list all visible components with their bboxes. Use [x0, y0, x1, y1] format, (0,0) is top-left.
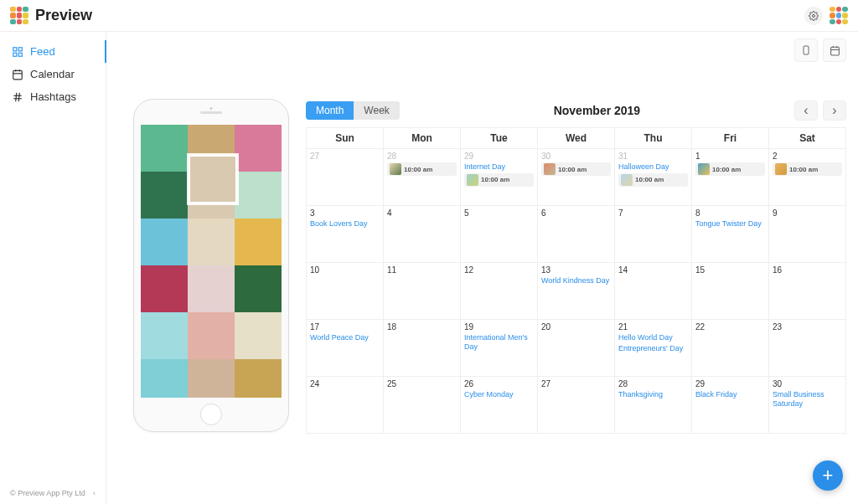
feed-tile[interactable]: [235, 219, 282, 265]
calendar-cell[interactable]: 17World Peace Day: [307, 320, 384, 377]
view-mode-icons: [794, 39, 846, 62]
calendar-event[interactable]: Internet Day: [464, 162, 534, 172]
calendar-cell[interactable]: 18: [384, 320, 461, 377]
sidebar-item-calendar[interactable]: Calendar: [0, 63, 106, 85]
feed-tile[interactable]: [235, 312, 282, 359]
svg-point-0: [813, 14, 815, 17]
calendar-cell[interactable]: 11: [384, 263, 461, 320]
sidebar-item-feed[interactable]: Feed: [0, 40, 106, 63]
day-header: Thu: [615, 128, 692, 149]
scheduled-post[interactable]: 10:00 am: [387, 162, 457, 176]
feed-tile[interactable]: [235, 172, 282, 219]
feed-tile[interactable]: [141, 219, 188, 265]
calendar-cell[interactable]: 8Tongue Twister Day: [692, 206, 769, 263]
post-thumb: [390, 163, 401, 175]
calendar-cell[interactable]: 24: [307, 377, 384, 434]
calendar-cell[interactable]: 9: [769, 206, 846, 263]
sidebar-footer: © Preview App Pty Ltd ‹: [0, 482, 106, 504]
day-number: 16: [773, 265, 842, 275]
calendar-event[interactable]: World Kindness Day: [541, 276, 611, 285]
calendar-cell[interactable]: 29Internet Day10:00 am: [461, 149, 538, 206]
calendar-cell[interactable]: 6: [538, 206, 615, 263]
calendar-cell[interactable]: 30Small Business Saturday: [769, 377, 846, 434]
feed-tile[interactable]: [235, 359, 282, 398]
calendar-event[interactable]: Halloween Day: [618, 162, 688, 172]
calendar-cell[interactable]: 13World Kindness Day: [538, 263, 615, 320]
feed-tile[interactable]: [188, 265, 235, 312]
day-number: 22: [695, 322, 765, 332]
calendar-cell[interactable]: 10: [307, 263, 384, 320]
calendar-event[interactable]: Hello World Day: [618, 333, 688, 342]
scheduled-post[interactable]: 10:00 am: [541, 162, 611, 176]
calendar-cell[interactable]: 29Black Friday: [692, 377, 769, 434]
post-thumb: [621, 174, 633, 186]
prev-month-button[interactable]: ‹: [794, 100, 818, 121]
calendar-cell[interactable]: 3010:00 am: [538, 149, 615, 206]
calendar-cell[interactable]: 210:00 am: [769, 149, 846, 206]
post-thumb: [698, 163, 710, 175]
calendar-event[interactable]: Tongue Twister Day: [695, 219, 765, 229]
scheduled-post[interactable]: 10:00 am: [618, 173, 688, 187]
calendar-cell[interactable]: 12: [461, 263, 538, 320]
calendar-cell[interactable]: 5: [461, 206, 538, 263]
calendar-event[interactable]: Cyber Monday: [464, 390, 534, 399]
calendar-cell[interactable]: 110:00 am: [692, 149, 769, 206]
post-time: 10:00 am: [404, 166, 432, 173]
calendar-event[interactable]: Book Lovers Day: [310, 219, 380, 229]
calendar-cell[interactable]: 15: [692, 263, 769, 320]
feed-tile[interactable]: [235, 265, 282, 312]
feed-tile[interactable]: [141, 172, 188, 219]
calendar-cell[interactable]: 14: [615, 263, 692, 320]
selected-post[interactable]: [189, 155, 237, 203]
calendar-event[interactable]: Thanksgiving: [618, 390, 688, 399]
feed-tile[interactable]: [188, 359, 235, 398]
feed-tile[interactable]: [141, 312, 188, 359]
calendar-event[interactable]: World Peace Day: [310, 333, 380, 342]
feed-tile[interactable]: [188, 312, 235, 359]
chevron-left-icon[interactable]: ‹: [93, 489, 96, 497]
sidebar-item-hashtags[interactable]: Hashtags: [0, 85, 106, 108]
calendar-cell[interactable]: 16: [769, 263, 846, 320]
feed-tile[interactable]: [188, 219, 235, 265]
calendar-cell[interactable]: 3Book Lovers Day: [307, 206, 384, 263]
settings-button[interactable]: [804, 7, 823, 25]
calendar-cell[interactable]: 21Hello World DayEntrepreneurs' Day: [615, 320, 692, 377]
avatar[interactable]: [830, 7, 848, 25]
calendar-cell[interactable]: 31Halloween Day10:00 am: [615, 149, 692, 206]
post-thumb: [775, 163, 787, 175]
calendar-event[interactable]: Entrepreneurs' Day: [618, 344, 688, 353]
plus-icon: +: [823, 465, 834, 486]
topbar: Preview: [0, 0, 858, 32]
feed-tile[interactable]: [141, 265, 188, 312]
calendar-event[interactable]: Black Friday: [695, 390, 765, 399]
calendar-event[interactable]: Small Business Saturday: [773, 390, 842, 409]
scheduled-post[interactable]: 10:00 am: [773, 162, 842, 176]
calendar-cell[interactable]: 25: [384, 377, 461, 434]
calendar-cell[interactable]: 2810:00 am: [384, 149, 461, 206]
calendar-event[interactable]: International Men's Day: [464, 333, 534, 352]
feed-tile[interactable]: [235, 125, 282, 172]
calendar-cell[interactable]: 4: [384, 206, 461, 263]
calendar-cell[interactable]: 19International Men's Day: [461, 320, 538, 377]
calendar-cell[interactable]: 23: [769, 320, 846, 377]
month-toggle[interactable]: Month: [306, 101, 354, 120]
feed-tile[interactable]: [141, 359, 188, 398]
calendar-cell[interactable]: 26Cyber Monday: [461, 377, 538, 434]
calendar-cell[interactable]: 27: [307, 149, 384, 206]
add-button[interactable]: +: [813, 460, 843, 491]
calendar-cell[interactable]: 20: [538, 320, 615, 377]
day-number: 15: [695, 265, 765, 275]
phone-view-button[interactable]: [794, 39, 818, 62]
calendar-cell[interactable]: 28Thanksgiving: [615, 377, 692, 434]
scheduled-post[interactable]: 10:00 am: [695, 162, 765, 176]
calendar-cell[interactable]: 7: [615, 206, 692, 263]
week-toggle[interactable]: Week: [354, 101, 399, 120]
calendar-cell[interactable]: 22: [692, 320, 769, 377]
feed-tile[interactable]: [141, 125, 188, 172]
day-number: 13: [541, 265, 611, 275]
day-number: 3: [310, 208, 380, 218]
next-month-button[interactable]: ›: [823, 100, 846, 121]
scheduled-post[interactable]: 10:00 am: [464, 173, 534, 187]
calendar-cell[interactable]: 27: [538, 377, 615, 434]
calendar-view-button[interactable]: [823, 39, 846, 62]
